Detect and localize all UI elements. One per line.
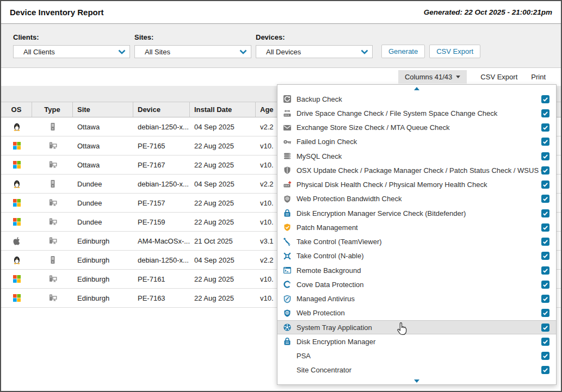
columns-menu-item-label: OSX Update Check / Package Manager Check… [297, 166, 541, 175]
devices-select[interactable]: All Devices [256, 45, 373, 58]
columns-menu-item[interactable]: Exchange Store Size Check / MTA Queue Ch… [277, 121, 556, 135]
columns-menu-item-label: Cove Data Protection [297, 281, 541, 289]
desktop-icon [32, 155, 73, 174]
column-checkbox[interactable] [541, 295, 549, 303]
device-cell: PE-7163 [133, 289, 190, 307]
columns-menu-item[interactable]: Take Control (TeamViewer) [277, 235, 556, 249]
columns-menu-item[interactable]: MySQL Check [277, 149, 556, 163]
column-checkbox[interactable] [541, 223, 549, 232]
column-checkbox[interactable] [541, 281, 549, 289]
column-checkbox[interactable] [541, 209, 549, 217]
chevron-down-icon [239, 49, 247, 54]
columns-menu-item[interactable]: Backup Check [277, 92, 556, 106]
clients-select[interactable]: All Clients [13, 45, 130, 58]
columns-menu-button[interactable]: Columns 41/43 [398, 70, 467, 84]
column-header-os[interactable]: OS [1, 102, 32, 117]
columns-menu-item-label: MySQL Check [297, 152, 541, 160]
columns-menu-item[interactable]: Physical Disk Health Check / Physical Me… [277, 178, 556, 192]
columns-menu-item[interactable]: Disk Encryption Manager [277, 334, 556, 349]
columns-menu-item[interactable]: Web Protection [277, 306, 556, 320]
report-header: Device Inventory Report Generated: 22 Oc… [1, 1, 561, 24]
site-cell: Dundee [73, 213, 133, 231]
device-cell: debian-1250-x... [133, 251, 190, 269]
table-csv-export-button[interactable]: CSV Export [480, 73, 517, 81]
column-checkbox[interactable] [541, 166, 549, 175]
column-header-type[interactable]: Type [32, 102, 73, 117]
columns-menu-item-label: Disk Encryption Manager [297, 338, 541, 346]
site-cell: Ottawa [73, 136, 133, 155]
column-checkbox[interactable] [541, 123, 549, 132]
site-cell: Dundee [73, 175, 133, 193]
scroll-down-arrow[interactable] [277, 377, 556, 384]
column-checkbox[interactable] [541, 138, 549, 146]
columns-menu-item[interactable]: System Tray Application [277, 320, 556, 334]
drive-space-icon [283, 109, 292, 117]
columns-menu-item[interactable]: Disk Encryption Manager Service Check (B… [277, 206, 556, 220]
column-checkbox[interactable] [541, 252, 549, 260]
column-checkbox[interactable] [541, 181, 549, 189]
columns-menu-item[interactable]: Failed Login Check [277, 135, 556, 149]
install-date-cell: 22 Aug 2025 [190, 194, 256, 212]
columns-menu-item[interactable]: Site Concentrator [277, 363, 556, 377]
sites-select-value: All Sites [145, 48, 170, 56]
column-checkbox[interactable] [541, 366, 549, 374]
columns-menu-item-label: System Tray Application [297, 323, 541, 332]
backup-check-icon [283, 95, 292, 103]
install-date-cell: 22 Aug 2025 [190, 213, 256, 231]
column-checkbox[interactable] [541, 352, 549, 360]
columns-menu-item[interactable]: Web Protection Bandwidth Check [277, 192, 556, 206]
columns-menu-item[interactable]: Take Control (N-able) [277, 249, 556, 263]
windows-icon [1, 213, 32, 231]
column-checkbox[interactable] [541, 266, 549, 275]
desktop-icon [32, 232, 73, 250]
cove-data-protection-icon [283, 280, 292, 289]
install-date-cell: 22 Aug 2025 [190, 136, 256, 155]
column-checkbox[interactable] [541, 109, 549, 117]
devices-label: Devices: [256, 33, 373, 41]
column-header-site[interactable]: Site [73, 102, 133, 117]
column-checkbox[interactable] [541, 309, 549, 317]
print-button[interactable]: Print [531, 73, 546, 81]
scroll-up-arrow[interactable] [277, 85, 556, 92]
columns-menu-item[interactable]: Managed Antivirus [277, 292, 556, 306]
columns-menu-items: Backup CheckDrive Space Change Check / F… [277, 92, 556, 377]
sites-select[interactable]: All Sites [134, 45, 251, 58]
take-control-teamviewer-icon [283, 238, 292, 246]
install-date-cell: 21 Oct 2025 [190, 232, 256, 250]
column-checkbox[interactable] [541, 152, 549, 160]
column-checkbox[interactable] [541, 323, 549, 332]
columns-menu-item[interactable]: Patch Management [277, 220, 556, 234]
windows-icon [1, 194, 32, 212]
generate-button[interactable]: Generate [381, 45, 425, 58]
web-bandwidth-icon [283, 195, 292, 203]
csv-export-button[interactable]: CSV Export [429, 45, 480, 58]
managed-antivirus-icon [283, 295, 292, 303]
column-header-device[interactable]: Device [133, 102, 190, 117]
columns-menu-item[interactable]: OSX Update Check / Package Manager Check… [277, 163, 556, 177]
columns-menu-item[interactable]: Cove Data Protection [277, 277, 556, 291]
columns-menu-item[interactable]: Drive Space Change Check / File System S… [277, 106, 556, 120]
columns-menu-item-label: Take Control (N-able) [297, 252, 541, 260]
install-date-cell: 04 Sep 2025 [190, 117, 256, 136]
columns-menu-item-label: Backup Check [297, 95, 541, 103]
linux-icon [1, 117, 32, 136]
columns-menu-item[interactable]: Remote Background [277, 263, 556, 277]
columns-menu-item-label: Remote Background [297, 266, 541, 275]
device-cell: PE-7165 [133, 136, 190, 155]
columns-menu-item[interactable]: PSA [277, 349, 556, 363]
site-cell: Edinburgh [73, 251, 133, 269]
desktop-icon [32, 194, 73, 212]
desktop-icon [32, 136, 73, 155]
device-cell: PE-7157 [133, 194, 190, 212]
no-icon [283, 366, 292, 375]
columns-menu-item-label: Drive Space Change Check / File System S… [297, 109, 541, 117]
column-checkbox[interactable] [541, 195, 549, 203]
column-checkbox[interactable] [541, 238, 549, 246]
column-checkbox[interactable] [541, 338, 549, 346]
site-cell: Edinburgh [73, 270, 133, 288]
columns-menu-item-label: Patch Management [297, 223, 541, 232]
column-header-install-date[interactable]: Install Date [190, 102, 256, 117]
windows-icon [1, 289, 32, 307]
device-cell: AM4-MacOSx-... [133, 232, 190, 250]
column-checkbox[interactable] [541, 95, 549, 103]
